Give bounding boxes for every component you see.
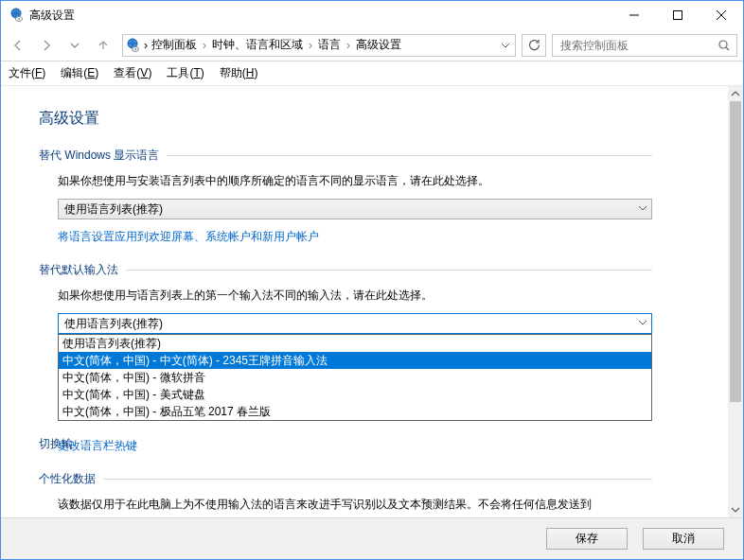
menu-help[interactable]: 帮助(H) [220, 65, 258, 81]
scroll-track[interactable] [728, 101, 743, 502]
menu-view[interactable]: 查看(V) [114, 65, 151, 81]
apply-language-to-welcome-link[interactable]: 将语言设置应用到欢迎屏幕、系统帐户和新用户帐户 [58, 230, 319, 243]
back-button[interactable] [5, 33, 31, 58]
save-button[interactable]: 保存 [546, 528, 628, 550]
svg-rect-2 [674, 11, 682, 20]
personal-data-description: 该数据仅用于在此电脑上为不使用输入法的语言来改进手写识别以及文本预测结果。不会将… [58, 497, 652, 513]
section-header-personal-data: 个性化数据 [39, 471, 652, 487]
section-header-display-language: 替代 Windows 显示语言 [39, 148, 652, 164]
up-button[interactable] [90, 33, 116, 58]
scroll-down-button[interactable] [728, 502, 743, 517]
menu-edit[interactable]: 编辑(E) [61, 65, 98, 81]
search-box[interactable] [552, 34, 737, 57]
maximize-button[interactable] [656, 1, 700, 29]
address-history-chevron[interactable] [498, 38, 513, 53]
scroll-thumb[interactable] [730, 101, 741, 402]
breadcrumb[interactable]: 高级设置 [356, 37, 401, 53]
scroll-up-button[interactable] [728, 86, 743, 101]
input-method-option[interactable]: 中文(简体，中国) - 极品五笔 2017 春兰版 [59, 403, 651, 420]
search-icon[interactable] [717, 39, 731, 52]
section-header-input-method: 替代默认输入法 [39, 262, 652, 278]
recent-chevron[interactable] [62, 33, 88, 58]
page-title: 高级设置 [39, 109, 652, 129]
navbar: › 控制面板 › 时钟、语言和区域 › 语言 › 高级设置 [1, 29, 743, 61]
chevron-right-icon: › [203, 39, 206, 52]
window-title: 高级设置 [29, 8, 612, 24]
display-language-description: 如果你想使用与安装语言列表中的顺序所确定的语言不同的显示语言，请在此处选择。 [58, 173, 652, 189]
cancel-button[interactable]: 取消 [643, 528, 724, 550]
titlebar: 高级设置 [1, 1, 743, 29]
footer: 保存 取消 [1, 517, 743, 559]
input-method-description: 如果你想使用与语言列表上的第一个输入法不同的输入法，请在此处选择。 [58, 288, 652, 304]
chevron-right-icon: › [309, 39, 312, 52]
content-area: 高级设置 替代 Windows 显示语言 如果你想使用与安装语言列表中的顺序所确… [1, 86, 728, 517]
breadcrumb[interactable]: 控制面板 [151, 37, 197, 53]
breadcrumb[interactable]: 时钟、语言和区域 [212, 37, 303, 53]
chevron-down-icon [638, 202, 647, 216]
menu-tools[interactable]: 工具(T) [167, 65, 204, 81]
input-method-option[interactable]: 中文(简体，中国) - 美式键盘 [59, 386, 651, 403]
chevron-down-icon [638, 317, 647, 330]
menubar: 文件(F) 编辑(E) 查看(V) 工具(T) 帮助(H) [1, 61, 743, 86]
forward-button[interactable] [33, 33, 60, 58]
input-method-option[interactable]: 中文(简体，中国) - 微软拼音 [59, 369, 651, 386]
refresh-button[interactable] [522, 34, 546, 57]
vertical-scrollbar[interactable] [728, 86, 743, 517]
input-method-option[interactable]: 使用语言列表(推荐) [59, 335, 651, 352]
globe-region-icon [125, 38, 140, 53]
close-button[interactable] [700, 1, 743, 29]
input-method-dropdown: 使用语言列表(推荐) 中文(简体，中国) - 中文(简体) - 2345王牌拼音… [58, 334, 652, 421]
breadcrumb[interactable]: 语言 [318, 37, 341, 53]
chevron-right-icon: › [144, 39, 148, 52]
svg-point-5 [719, 41, 727, 48]
display-language-combo[interactable]: 使用语言列表(推荐) [58, 199, 652, 219]
globe-region-icon [9, 8, 24, 23]
input-method-option[interactable]: 中文(简体，中国) - 中文(简体) - 2345王牌拼音输入法 [59, 352, 651, 369]
input-method-combo[interactable]: 使用语言列表(推荐) [58, 313, 652, 334]
chevron-right-icon: › [346, 39, 350, 52]
minimize-button[interactable] [612, 1, 656, 29]
section-header-switch-input: 切换输 [39, 436, 80, 452]
menu-file[interactable]: 文件(F) [9, 65, 45, 81]
address-bar[interactable]: › 控制面板 › 时钟、语言和区域 › 语言 › 高级设置 [122, 34, 516, 57]
search-input[interactable] [558, 38, 717, 53]
